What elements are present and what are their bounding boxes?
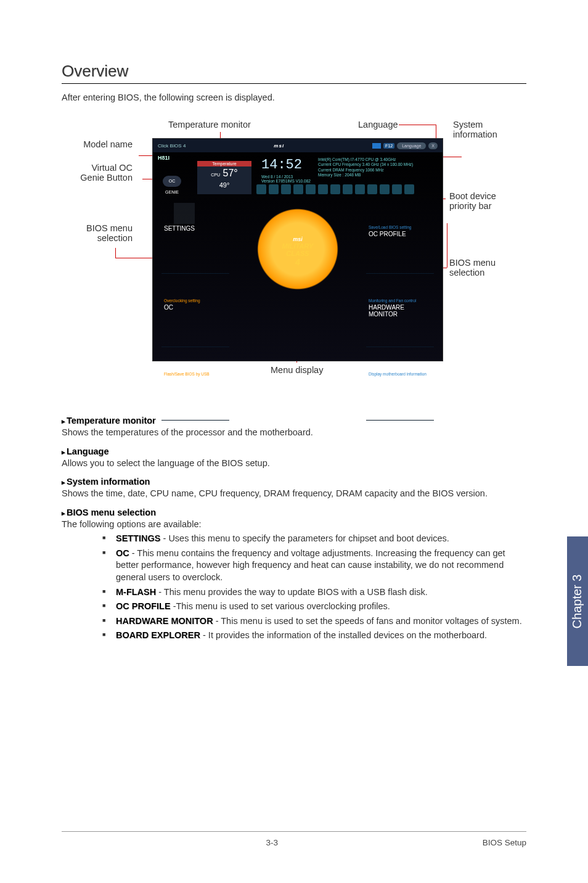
- msi-logo: msi: [274, 143, 284, 149]
- boot-device-icon[interactable]: [404, 184, 414, 194]
- temp-header: Temperature: [197, 161, 251, 166]
- sys-line: Current DRAM Frequency 1066 MHz: [318, 168, 413, 173]
- leader-line: [447, 223, 447, 268]
- annotated-screenshot: Temperature monitor Language System info…: [78, 120, 510, 391]
- section-temp-monitor: Temperature monitor Shows the temperatur…: [62, 416, 526, 439]
- boot-device-icon[interactable]: [269, 184, 279, 194]
- boot-device-icon[interactable]: [343, 184, 353, 194]
- boot-device-icon[interactable]: [392, 184, 402, 194]
- boot-device-icon[interactable]: [367, 184, 377, 194]
- model-name: H81I: [158, 155, 169, 161]
- mb-temp: 49°: [197, 180, 251, 190]
- menu-oc[interactable]: Overclocking settingOC: [161, 274, 229, 347]
- section-language: Language Allows you to select the langua…: [62, 446, 526, 470]
- label-temp-monitor: Temperature monitor: [168, 120, 251, 129]
- label-text: Virtual OC Genie Button: [71, 163, 133, 183]
- label-language: Language: [358, 120, 398, 129]
- label-text: Model name: [83, 139, 133, 149]
- menu-settings[interactable]: SETTINGS: [161, 200, 229, 274]
- boot-device-icon[interactable]: [306, 184, 316, 194]
- label-model-name: Model name: [83, 139, 133, 149]
- flag-icon: [372, 143, 381, 149]
- boot-device-icon[interactable]: [355, 184, 365, 194]
- sys-line: Intel(R) Core(TM) I7-4770 CPU @ 3.40GHz: [318, 157, 413, 162]
- page-number: 3-3: [266, 838, 279, 847]
- section-desc: Shows the temperatures of the processor …: [62, 427, 526, 439]
- menu-hw-monitor[interactable]: Monitoring and Fan controlHARDWARE MONIT…: [366, 274, 434, 347]
- section-title: BIOS menu selection: [62, 507, 526, 517]
- list-item: HARDWARE MONITOR - This menu is used to …: [102, 615, 526, 628]
- page-footer: 3-3 BIOS Setup: [62, 831, 526, 847]
- f12-badge: F12: [383, 143, 394, 149]
- footer-section: BIOS Setup: [483, 838, 526, 847]
- label-bios-menu-right: BIOS menu selection: [449, 258, 511, 277]
- label-bios-menu-left: BIOS menu selection: [71, 223, 133, 243]
- boot-device-icon[interactable]: [293, 184, 303, 194]
- section-bios-menu: BIOS menu selection The following option…: [62, 507, 526, 642]
- boot-device-icon[interactable]: [281, 184, 291, 194]
- boot-device-icon[interactable]: [330, 184, 340, 194]
- leader-line: [115, 248, 116, 258]
- label-sys-info: System information: [453, 120, 508, 139]
- list-item: OC PROFILE -This menu is used to set var…: [102, 601, 526, 613]
- label-text: System information: [453, 120, 508, 139]
- leader-line: [443, 157, 462, 157]
- cpu-temp: CPU 57°: [197, 166, 251, 180]
- label-menu-display: Menu display: [271, 365, 323, 375]
- list-item: BOARD EXPLORER - It provides the informa…: [102, 630, 526, 642]
- list-item: SETTINGS - Uses this menu to specify the…: [102, 533, 526, 545]
- boot-device-icon[interactable]: [318, 184, 328, 194]
- section-title: System information: [62, 477, 526, 487]
- bios-screenshot: Click BIOS 4 msi F12 Language X H81I OC …: [152, 138, 443, 361]
- system-info-block: Intel(R) Core(TM) I7-4770 CPU @ 3.40GHz …: [318, 157, 413, 178]
- section-desc: Allows you to select the language of the…: [62, 458, 526, 470]
- section-title: Language: [62, 446, 526, 456]
- topbar-title: Click BIOS 4: [158, 143, 186, 149]
- section-desc: The following options are available:: [62, 519, 526, 531]
- list-item: M-FLASH - This menu provides the way to …: [102, 586, 526, 599]
- language-selector[interactable]: F12 Language X: [372, 142, 438, 149]
- bios-menu-right: Save/Load BIOS settingOC PROFILE Monitor…: [366, 200, 434, 421]
- chapter-tab: Chapter 3: [567, 536, 588, 666]
- label-boot-priority: Boot device priority bar: [449, 191, 511, 211]
- intro-text: After entering BIOS, the following scree…: [62, 92, 526, 102]
- menu-item-list: SETTINGS - Uses this menu to specify the…: [102, 533, 526, 642]
- menu-board-explorer[interactable]: Display motherboard informationBOARD EXP…: [366, 347, 434, 421]
- page-title: Overview: [62, 62, 526, 84]
- boot-device-icon[interactable]: [256, 184, 266, 194]
- clock: 14:52: [261, 157, 302, 173]
- bios-menu-left: SETTINGS Overclocking settingOC Flash/Sa…: [161, 200, 229, 421]
- label-virtual-oc: Virtual OC Genie Button: [71, 163, 133, 183]
- date-version: Wed 8 / 14 / 2013Version E7851IMS V10.08…: [261, 175, 311, 183]
- section-title: Temperature monitor: [62, 416, 526, 425]
- boot-device-icon[interactable]: [380, 184, 390, 194]
- sys-line: Memory Size : 2048 MB: [318, 173, 413, 178]
- oc-genie-button[interactable]: OC GENIE: [163, 176, 181, 187]
- temperature-panel: Temperature CPU 57° 49°: [197, 161, 251, 194]
- boot-priority-bar[interactable]: [256, 184, 438, 195]
- menu-mflash[interactable]: Flash/Save BIOS by USBM-FLASH: [161, 347, 229, 421]
- leader-line: [399, 125, 436, 125]
- bios-topbar: Click BIOS 4 msi F12 Language X: [153, 139, 443, 152]
- label-text: BIOS menu selection: [449, 258, 511, 277]
- close-button[interactable]: X: [428, 142, 438, 149]
- menu-oc-profile[interactable]: Save/Load BIOS settingOC PROFILE: [366, 200, 434, 274]
- section-desc: Shows the time, date, CPU name, CPU freq…: [62, 488, 526, 500]
- list-item: OC - This menu contains the frequency an…: [102, 548, 526, 584]
- section-system-info: System information Shows the time, date,…: [62, 477, 526, 500]
- badge-text: msi MILITARY CLASS 4: [251, 236, 344, 267]
- label-text: Boot device priority bar: [449, 191, 511, 211]
- label-text: BIOS menu selection: [71, 223, 133, 243]
- language-button[interactable]: Language: [397, 142, 426, 149]
- center-badge: msi MILITARY CLASS 4: [251, 203, 344, 295]
- sys-line: Current CPU Frequency 3.40 GHz (34 x 100…: [318, 162, 413, 167]
